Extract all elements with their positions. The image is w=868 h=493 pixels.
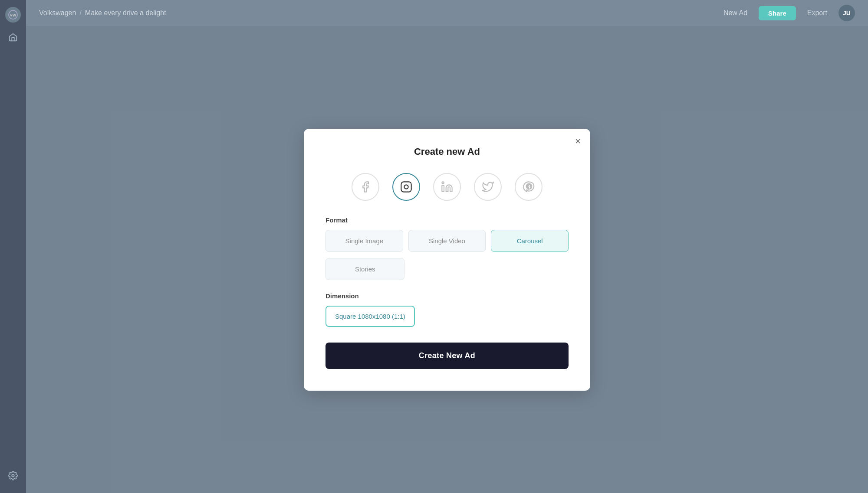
share-button[interactable]: Share bbox=[759, 6, 796, 20]
breadcrumb: Volkswagen / Make every drive a delight bbox=[39, 9, 166, 17]
breadcrumb-brand[interactable]: Volkswagen bbox=[39, 9, 76, 17]
modal-overlay: × Create new Ad bbox=[26, 26, 868, 493]
platform-linkedin[interactable] bbox=[433, 173, 461, 201]
format-single-image[interactable]: Single Image bbox=[326, 230, 403, 252]
svg-text:VW: VW bbox=[10, 13, 16, 17]
format-carousel[interactable]: Carousel bbox=[491, 230, 569, 252]
format-label: Format bbox=[326, 216, 569, 224]
dimension-label: Dimension bbox=[326, 292, 569, 300]
create-ad-button[interactable]: Create New Ad bbox=[326, 343, 569, 369]
format-stories[interactable]: Stories bbox=[326, 258, 404, 280]
settings-icon[interactable] bbox=[7, 470, 19, 482]
svg-point-4 bbox=[404, 185, 408, 189]
home-icon[interactable] bbox=[7, 31, 19, 43]
format-grid-row1: Single Image Single Video Carousel bbox=[326, 230, 569, 252]
topbar-actions: New Ad Share Export JU bbox=[718, 5, 855, 21]
avatar[interactable]: JU bbox=[838, 5, 855, 21]
sidebar: VW bbox=[0, 0, 26, 493]
sidebar-logo[interactable]: VW bbox=[5, 7, 21, 23]
new-ad-button[interactable]: New Ad bbox=[718, 7, 753, 20]
modal-title: Create new Ad bbox=[326, 146, 569, 157]
dimension-selector[interactable]: Square 1080x1080 (1:1) bbox=[326, 306, 415, 327]
format-single-video[interactable]: Single Video bbox=[408, 230, 486, 252]
svg-point-2 bbox=[12, 474, 14, 477]
export-button[interactable]: Export bbox=[802, 7, 832, 20]
svg-point-7 bbox=[442, 182, 444, 184]
platform-pinterest[interactable] bbox=[515, 173, 542, 201]
platform-instagram[interactable] bbox=[392, 173, 420, 201]
platform-twitter[interactable] bbox=[474, 173, 502, 201]
svg-point-5 bbox=[408, 183, 409, 184]
topbar: Volkswagen / Make every drive a delight … bbox=[26, 0, 868, 26]
platform-facebook[interactable] bbox=[352, 173, 379, 201]
create-ad-modal: × Create new Ad bbox=[304, 129, 590, 391]
breadcrumb-page: Make every drive a delight bbox=[85, 9, 166, 17]
platform-selector bbox=[326, 173, 569, 201]
modal-close-button[interactable]: × bbox=[575, 137, 581, 146]
svg-rect-6 bbox=[442, 185, 444, 191]
breadcrumb-separator: / bbox=[79, 9, 81, 17]
dimension-section: Dimension Square 1080x1080 (1:1) bbox=[326, 292, 569, 327]
main-content: No ads created yet × Create new Ad bbox=[26, 26, 868, 493]
svg-rect-3 bbox=[401, 182, 411, 192]
